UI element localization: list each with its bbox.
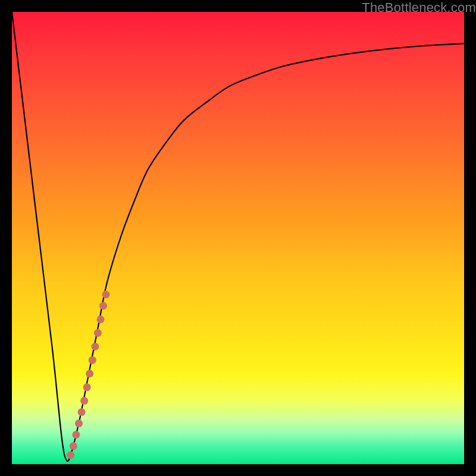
highlight-dot	[78, 408, 86, 416]
bottleneck-curve	[12, 12, 464, 461]
highlight-dot-group	[67, 291, 109, 459]
watermark-text: TheBottleneck.com	[362, 0, 476, 15]
highlight-dot	[99, 302, 107, 310]
plot-area	[12, 12, 464, 464]
highlight-dot	[89, 356, 96, 364]
highlight-dot	[91, 343, 99, 350]
highlight-dot	[96, 315, 104, 323]
chart-container: TheBottleneck.com	[0, 0, 476, 476]
highlight-dot	[83, 383, 91, 391]
highlight-dot	[94, 329, 102, 337]
highlight-dot	[67, 451, 74, 459]
highlight-dot	[75, 419, 83, 427]
highlight-dot	[86, 370, 93, 378]
curve-layer	[12, 12, 464, 464]
highlight-dot	[72, 431, 80, 439]
highlight-dot	[80, 397, 88, 405]
highlight-dot	[102, 291, 110, 299]
highlight-dot	[70, 442, 77, 450]
